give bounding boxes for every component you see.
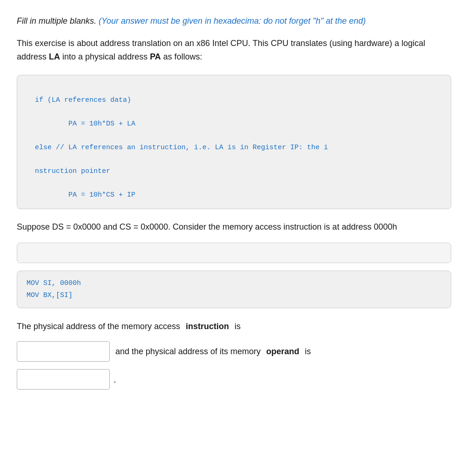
operand-address-input[interactable] [17,369,110,390]
code-line1: if (LA references data) [35,96,131,104]
blue-note: (Your answer must be given in hexadecima… [99,16,366,26]
mov-line1: MOV SI, 0000h [27,278,441,290]
description-text: This exercise is about address translati… [17,37,451,64]
address-translation-code: if (LA references data) PA = 10h*DS + LA… [17,75,451,209]
operand-input-row: . [17,369,451,390]
instruction-address-input[interactable] [17,341,110,362]
desc-text3: as follows: [161,52,202,61]
fill-blanks-label: Fill in multiple blanks. [17,16,96,26]
mov-line2: MOV BX,[SI] [27,290,441,302]
instruction-input-row: and the physical address of its memory o… [17,341,451,362]
phys-addr-text-after: is [234,319,241,334]
pa-label: PA [150,52,161,61]
phys-addr-text-before: The physical address of the memory acces… [17,319,180,334]
code-line2: PA = 10h*DS + LA [35,120,135,128]
operand-bold: operand [266,344,299,359]
desc-text2: into a physical address [60,52,150,61]
and-text: and the physical address of its memory [115,344,261,359]
la-label: LA [49,52,60,61]
wide-answer-input[interactable] [17,243,451,263]
code-line5: PA = 10h*CS + IP [35,191,135,199]
period-mark: . [114,371,116,387]
instruction-address-row: The physical address of the memory acces… [17,319,451,334]
mov-instruction-block: MOV SI, 0000h MOV BX,[SI] [17,271,451,308]
suppose-text: Suppose DS = 0x0000 and CS = 0x0000. Con… [17,220,451,234]
code-line4: nstruction pointer [35,167,110,175]
intro-section: Fill in multiple blanks. (Your answer mu… [17,15,451,27]
operand-after: is [305,344,311,359]
physical-address-section: The physical address of the memory acces… [17,319,451,390]
instruction-bold: instruction [186,319,229,334]
code-line3: else // LA references an instruction, i.… [35,144,328,152]
